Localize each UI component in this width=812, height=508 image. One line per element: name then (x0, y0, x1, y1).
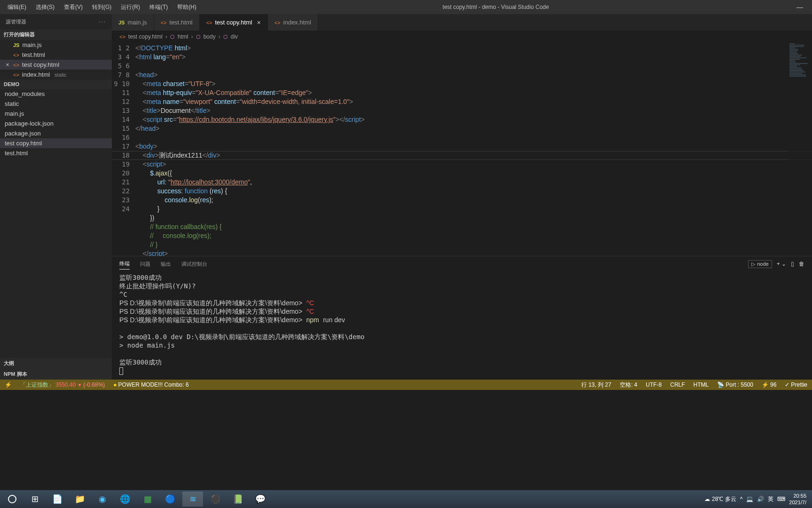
panel-tab-debug[interactable]: 调试控制台 (181, 259, 207, 270)
panel-tab-problems[interactable]: 问题 (140, 259, 150, 270)
minimize-icon[interactable]: — (791, 3, 808, 11)
encoding-status[interactable]: UTF-8 (644, 381, 664, 388)
tab-label: main.js (127, 19, 147, 26)
file-name: test.html (22, 51, 45, 58)
zap-status[interactable]: ⚡ 96 (760, 381, 778, 388)
app-icon[interactable]: 📄 (47, 492, 68, 507)
file-name: package-lock.json (5, 120, 54, 127)
file-name: main.js (5, 110, 24, 117)
close-icon[interactable]: × (257, 19, 261, 26)
volume-icon[interactable]: 🔊 (757, 496, 764, 502)
menu-terminal[interactable]: 终端(T) (146, 1, 172, 13)
js-icon: JS (13, 42, 19, 48)
file-name: test.html (5, 150, 28, 157)
tab-indexhtml[interactable]: <> index.html (268, 14, 318, 31)
menu-help[interactable]: 帮助(H) (173, 1, 200, 13)
file-item[interactable]: package.json (0, 128, 112, 138)
html-icon: <> (206, 20, 212, 25)
tab-label: test copy.html (215, 19, 252, 26)
cursor-position[interactable]: 行 13, 列 27 (579, 381, 613, 389)
app-icon[interactable]: 📗 (227, 492, 248, 507)
main-area: 源管理器 ··· 打开的编辑器 JS main.js <> test.html … (0, 14, 812, 380)
breadcrumb[interactable]: <> test copy.html › ⬡ html › ⬡ body › ⬡ … (112, 31, 812, 43)
tray-up-icon[interactable]: ^ (740, 496, 743, 502)
more-icon[interactable]: ··· (99, 19, 106, 24)
file-item[interactable]: test.html (0, 148, 112, 158)
open-editor-item[interactable]: JS main.js (0, 40, 112, 50)
liveserver-status[interactable]: 📡 Port : 5500 (715, 381, 755, 388)
minimap[interactable] (789, 43, 812, 256)
wechat-icon[interactable]: 💬 (250, 492, 271, 507)
folder-name: node_modules (5, 90, 45, 97)
chevron-right-icon: › (191, 33, 193, 40)
code-content[interactable]: <!DOCTYPE html><html lang="en"> <head> <… (135, 43, 812, 256)
eol-status[interactable]: CRLF (668, 381, 687, 388)
code-editor[interactable]: 1 2 3 4 5 6 7 8 9 10 11 12 13 14 15 16 1… (112, 43, 812, 256)
powermode-status[interactable]: ● POWER MODE!!! Combo: 6 (111, 381, 190, 388)
html-icon: <> (13, 62, 19, 68)
crumb[interactable]: html (178, 33, 188, 40)
open-editor-item[interactable]: <> index.html static (0, 70, 112, 79)
file-name: package.json (5, 130, 41, 137)
panel-tab-output[interactable]: 输出 (161, 259, 171, 270)
menu-go[interactable]: 转到(G) (88, 1, 115, 13)
html-icon: <> (13, 52, 19, 58)
trash-icon[interactable]: 🗑 (799, 261, 804, 267)
demo-header[interactable]: DEMO (0, 79, 112, 89)
app-icon[interactable]: 🔵 (160, 492, 180, 507)
ime-status[interactable]: 英 (768, 495, 773, 503)
open-editor-item[interactable]: × <> test copy.html (0, 60, 112, 70)
line-numbers: 1 2 3 4 5 6 7 8 9 10 11 12 13 14 15 16 1… (112, 43, 135, 256)
status-bar: ⚡ 「上证指数」 3550.40 ▼ (-0.68%) ● POWER MODE… (0, 380, 812, 390)
down-icon: ▼ (77, 382, 82, 388)
language-status[interactable]: HTML (692, 381, 711, 388)
terminal-profile[interactable]: ▷ node (748, 260, 772, 268)
tab-testhtml[interactable]: <> test.html (154, 14, 200, 31)
add-terminal-icon[interactable]: + ⌄ (777, 261, 786, 267)
stock-ticker[interactable]: 「上证指数」 3550.40 ▼ (-0.68%) (18, 381, 107, 389)
outline-header[interactable]: 大纲 (0, 358, 112, 369)
app-icon-green[interactable]: ▦ (137, 492, 158, 507)
terminal-output[interactable]: 监听3000成功 终止批处理操作吗(Y/N)? ^C PS D:\视频录制\前端… (112, 271, 812, 380)
coin-icon: ● (113, 381, 117, 388)
file-item[interactable]: package-lock.json (0, 119, 112, 128)
split-terminal-icon[interactable]: ▯ (791, 261, 794, 267)
open-editors-header[interactable]: 打开的编辑器 (0, 29, 112, 40)
file-item[interactable]: test copy.html (0, 138, 112, 148)
crumb[interactable]: test copy.html (128, 33, 163, 40)
symbol-icon: ⬡ (196, 34, 201, 40)
app-icon[interactable]: ⚫ (205, 492, 226, 507)
file-item[interactable]: main.js (0, 109, 112, 119)
network-icon[interactable]: 💻 (746, 496, 753, 502)
prettier-status[interactable]: ✓ Prettie (783, 381, 809, 388)
menu-view[interactable]: 查看(V) (60, 1, 86, 13)
vscode-icon[interactable]: ≋ (182, 492, 203, 507)
open-editor-item[interactable]: <> test.html (0, 50, 112, 60)
clock[interactable]: 20:55 2021/7/ (789, 492, 806, 506)
indent-status[interactable]: 空格: 4 (618, 381, 639, 389)
crumb[interactable]: body (203, 33, 216, 40)
crumb[interactable]: div (231, 33, 238, 40)
weather-widget[interactable]: ☁ 28℃ 多云 (704, 495, 736, 503)
panel-tab-terminal[interactable]: 终端 (119, 258, 130, 270)
close-icon[interactable]: × (5, 62, 10, 68)
file-name: test copy.html (5, 140, 42, 147)
chrome-icon[interactable]: 🌐 (115, 492, 135, 507)
folder-name: static (5, 100, 19, 107)
edge-icon[interactable]: ◉ (92, 492, 113, 507)
remote-icon[interactable]: ⚡ (3, 381, 14, 388)
file-name: index.html (22, 71, 50, 78)
tab-testcopyhtml[interactable]: <> test copy.html × (200, 14, 268, 31)
ime-icon[interactable]: ⌨ (777, 496, 785, 502)
file-explorer-icon[interactable]: 📁 (70, 492, 90, 507)
tab-mainjs[interactable]: JS main.js (112, 14, 154, 31)
menu-edit[interactable]: 编辑(E) (4, 1, 30, 13)
task-view-icon[interactable]: ⊞ (24, 492, 45, 507)
npm-scripts-header[interactable]: NPM 脚本 (0, 369, 112, 380)
menu-select[interactable]: 选择(S) (32, 1, 58, 13)
folder-item[interactable]: static (0, 99, 112, 109)
folder-item[interactable]: node_modules (0, 89, 112, 99)
tab-label: index.html (283, 19, 311, 26)
menu-run[interactable]: 运行(R) (117, 1, 144, 13)
start-button[interactable] (2, 492, 23, 507)
